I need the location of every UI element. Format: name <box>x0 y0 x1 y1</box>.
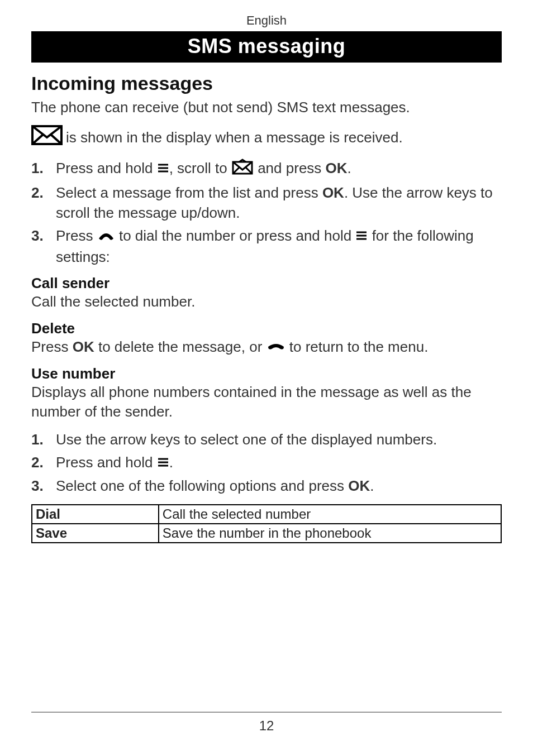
subheading-use-number: Use number <box>31 365 502 382</box>
use-number-body: Displays all phone numbers contained in … <box>31 382 502 422</box>
step-3-text-a: Press <box>56 227 97 244</box>
ok-label: OK <box>73 338 94 355</box>
step2-3-text-b: . <box>370 477 374 494</box>
delete-text-b: to delete the message, or <box>94 338 266 355</box>
cell-save-desc: Save the number in the phonebook <box>159 524 501 543</box>
section-heading-incoming-messages: Incoming messages <box>31 73 502 94</box>
ok-label: OK <box>348 477 370 494</box>
steps-list-2: Use the arrow keys to select one of the … <box>31 429 502 496</box>
step-2-text-a: Select a message from the list and press <box>56 184 322 201</box>
step-1: Press and hold , scroll to and press OK. <box>31 158 502 180</box>
page-number: 12 <box>259 718 274 733</box>
menu-icon <box>157 453 169 473</box>
step-3-text-b: to dial the number or press and hold <box>119 227 355 244</box>
step2-3: Select one of the following options and … <box>31 476 502 496</box>
receive-indicator-line: is shown in the display when a message i… <box>31 125 502 150</box>
receive-indicator-text: is shown in the display when a message i… <box>66 128 403 147</box>
language-label: English <box>31 13 502 28</box>
delete-text-a: Press <box>31 338 73 355</box>
table-row: Save Save the number in the phonebook <box>32 524 501 543</box>
step2-1-text: Use the arrow keys to select one of the … <box>56 431 437 448</box>
step2-1: Use the arrow keys to select one of the … <box>31 429 502 449</box>
steps-list-1: Press and hold , scroll to and press OK. <box>31 158 502 267</box>
step2-2-text-a: Press and hold <box>56 454 157 471</box>
menu-icon <box>157 159 169 179</box>
cell-save-label: Save <box>32 524 159 543</box>
step-1-text-b: , scroll to <box>169 160 231 176</box>
envelope-icon <box>31 125 63 150</box>
step2-2-text-b: . <box>169 454 173 471</box>
step-1-text-d: . <box>348 160 351 176</box>
step-2: Select a message from the list and press… <box>31 183 502 223</box>
options-table: Dial Call the selected number Save Save … <box>31 504 502 543</box>
step-1-text-c: and press <box>258 160 325 176</box>
page-footer: 12 <box>31 712 502 734</box>
delete-text-c: to return to the menu. <box>289 338 429 355</box>
step2-2: Press and hold . <box>31 452 502 473</box>
hangup-icon <box>266 338 285 357</box>
table-row: Dial Call the selected number <box>32 505 501 524</box>
cell-dial-desc: Call the selected number <box>159 505 501 524</box>
menu-icon <box>355 227 368 247</box>
subheading-delete: Delete <box>31 320 502 337</box>
cell-dial-label: Dial <box>32 505 159 524</box>
envelope-arrow-icon <box>231 159 254 180</box>
step2-3-text-a: Select one of the following options and … <box>56 477 348 494</box>
step-1-text-a: Press and hold <box>56 160 157 176</box>
call-sender-body: Call the selected number. <box>31 292 502 312</box>
chapter-title-bar: SMS messaging <box>31 31 502 63</box>
call-icon <box>97 227 115 247</box>
ok-label: OK <box>322 184 344 201</box>
subheading-call-sender: Call sender <box>31 275 502 292</box>
ok-label: OK <box>326 160 348 176</box>
page: English SMS messaging Incoming messages … <box>0 0 533 543</box>
delete-body: Press OK to delete the message, or to re… <box>31 337 502 358</box>
intro-paragraph: The phone can receive (but not send) SMS… <box>31 98 502 117</box>
step-3: Press to dial the number or press and ho… <box>31 226 502 267</box>
